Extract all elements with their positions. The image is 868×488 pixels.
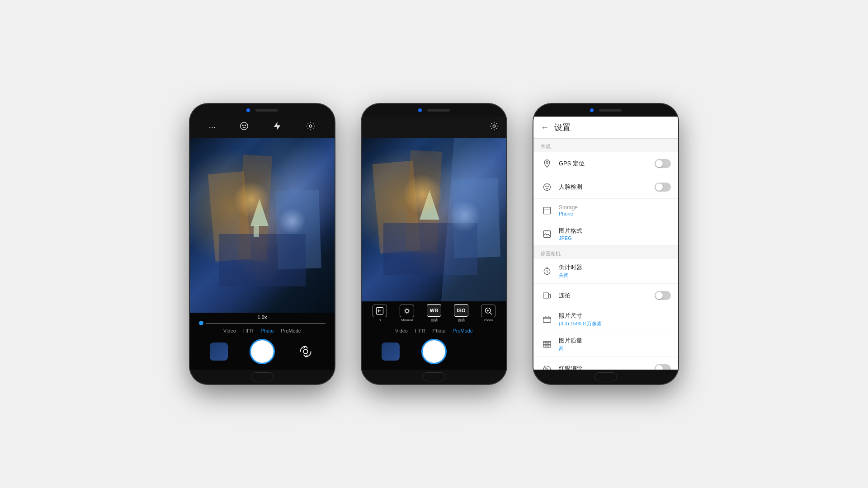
zoom-indicator: 1.0x xyxy=(190,313,335,321)
settings-icon-2[interactable] xyxy=(489,121,499,133)
photosize-sub: (4:3) 1590.0 万像素 xyxy=(559,320,671,327)
face-detect-icon[interactable] xyxy=(239,121,249,133)
shutter-button-2[interactable] xyxy=(421,339,447,364)
settings-item-photosize[interactable]: 照片尺寸 (4:3) 1590.0 万像素 xyxy=(533,307,678,332)
settings-general-list: GPS 定位 人脸检测 xyxy=(533,152,678,370)
face-toggle[interactable] xyxy=(655,183,671,192)
svg-point-15 xyxy=(544,183,551,190)
gps-text: GPS 定位 xyxy=(559,160,649,168)
burst-toggle[interactable] xyxy=(655,291,671,300)
mode-video[interactable]: Video xyxy=(223,328,236,333)
svg-point-14 xyxy=(546,161,548,163)
gallery-thumbnail[interactable] xyxy=(210,343,228,361)
spacer xyxy=(468,343,486,361)
svg-rect-18 xyxy=(544,207,551,214)
quality-text: 图片质量 高 xyxy=(559,337,671,352)
home-button-2[interactable] xyxy=(423,372,445,381)
mode-hfr-2[interactable]: HFR xyxy=(415,328,425,333)
iso-label: 自动 xyxy=(458,318,465,323)
ev-control[interactable]: 0 xyxy=(373,305,387,322)
zoom-control[interactable]: Zoom xyxy=(481,305,495,322)
mode-hfr[interactable]: HFR xyxy=(243,328,254,333)
svg-point-9 xyxy=(406,310,409,313)
settings-title: 设置 xyxy=(554,122,571,133)
phone-3-top-bar xyxy=(533,104,678,117)
flash-icon[interactable] xyxy=(272,121,282,133)
svg-point-2 xyxy=(245,125,245,126)
quality-icon xyxy=(541,338,553,351)
phone-1-screen: ··· xyxy=(190,117,335,370)
redeye-text: 红眼消除 xyxy=(559,365,649,370)
iso-control[interactable]: ISO 自动 xyxy=(454,304,468,323)
manual-label: Manual xyxy=(401,318,413,322)
timer-icon xyxy=(541,265,553,277)
mode-promode-2[interactable]: ProMode xyxy=(453,328,473,333)
ev-icon xyxy=(373,305,387,317)
settings-item-storage[interactable]: Storage Phone xyxy=(533,199,678,222)
zoom-handle[interactable] xyxy=(199,321,203,325)
section-general-label: 常规 xyxy=(533,139,678,152)
settings-item-format[interactable]: 图片格式 JPEG xyxy=(533,222,678,246)
photosize-label: 照片尺寸 xyxy=(559,312,671,320)
gallery-thumbnail-2[interactable] xyxy=(382,343,400,361)
home-button-3[interactable] xyxy=(594,372,617,381)
phone-3-bottom xyxy=(533,370,678,384)
zoom-icon xyxy=(481,305,495,317)
home-button[interactable] xyxy=(251,372,274,381)
shutter-button[interactable] xyxy=(250,339,275,364)
flip-camera-button[interactable] xyxy=(297,343,315,361)
phone-2: 0 Manual WB 自动 xyxy=(362,104,506,384)
promode-bottom: 0 Manual WB 自动 xyxy=(362,301,506,370)
svg-line-11 xyxy=(490,313,492,315)
gps-toggle[interactable] xyxy=(655,159,671,168)
burst-label: 连拍 xyxy=(559,291,649,300)
settings-item-timer[interactable]: 倒计时器 关闭 xyxy=(533,259,678,284)
mode-video-2[interactable]: Video xyxy=(395,328,408,333)
wb-control[interactable]: WB 自动 xyxy=(427,304,441,323)
mode-photo-2[interactable]: Photo xyxy=(433,328,446,333)
settings-icon[interactable] xyxy=(306,121,316,133)
phone-1-top-bar xyxy=(190,104,335,117)
svg-point-4 xyxy=(303,349,307,353)
back-button[interactable]: ← xyxy=(541,123,549,132)
mode-photo[interactable]: Photo xyxy=(261,328,274,333)
face-label: 人脸检测 xyxy=(559,183,649,191)
mode-tabs: Video HFR Photo ProMode xyxy=(190,325,335,336)
more-icon[interactable]: ··· xyxy=(209,122,216,132)
settings-item-quality[interactable]: 图片质量 高 xyxy=(533,332,678,357)
redeye-icon xyxy=(541,362,553,370)
timer-text: 倒计时器 关闭 xyxy=(559,263,671,279)
svg-rect-23 xyxy=(543,317,551,323)
burst-icon xyxy=(541,289,553,302)
face-icon xyxy=(541,181,553,193)
manual-icon xyxy=(400,305,414,317)
camera-viewfinder-2 xyxy=(362,138,506,301)
ev-label: 0 xyxy=(379,318,381,322)
storage-sub: Phone xyxy=(559,211,671,216)
mode-promode[interactable]: ProMode xyxy=(281,328,301,333)
iso-icon: ISO xyxy=(454,304,468,317)
svg-point-3 xyxy=(309,125,312,127)
svg-point-0 xyxy=(240,122,248,130)
speaker xyxy=(255,109,278,112)
manual-control[interactable]: Manual xyxy=(400,305,414,322)
quality-sub: 高 xyxy=(559,345,671,352)
section-camera-label: 静置相机 xyxy=(533,246,678,259)
storage-text: Storage Phone xyxy=(559,204,671,216)
camera-viewfinder xyxy=(190,138,335,313)
settings-item-face[interactable]: 人脸检测 xyxy=(533,175,678,199)
timer-sub: 关闭 xyxy=(559,272,671,279)
format-text: 图片格式 JPEG xyxy=(559,227,671,241)
shutter-inner xyxy=(252,341,273,362)
phone-1-bottom xyxy=(190,370,335,384)
zoom-bar xyxy=(190,321,335,325)
settings-item-redeye[interactable]: 红眼消除 xyxy=(533,357,678,370)
redeye-toggle[interactable] xyxy=(655,364,671,370)
redeye-label: 红眼消除 xyxy=(559,365,649,370)
settings-item-gps[interactable]: GPS 定位 xyxy=(533,152,678,175)
promode-control-row: 0 Manual WB 自动 xyxy=(362,301,506,325)
quality-label: 图片质量 xyxy=(559,337,671,345)
settings-item-burst[interactable]: 连拍 xyxy=(533,284,678,307)
phone-1: ··· xyxy=(190,104,335,384)
svg-point-17 xyxy=(548,186,549,187)
